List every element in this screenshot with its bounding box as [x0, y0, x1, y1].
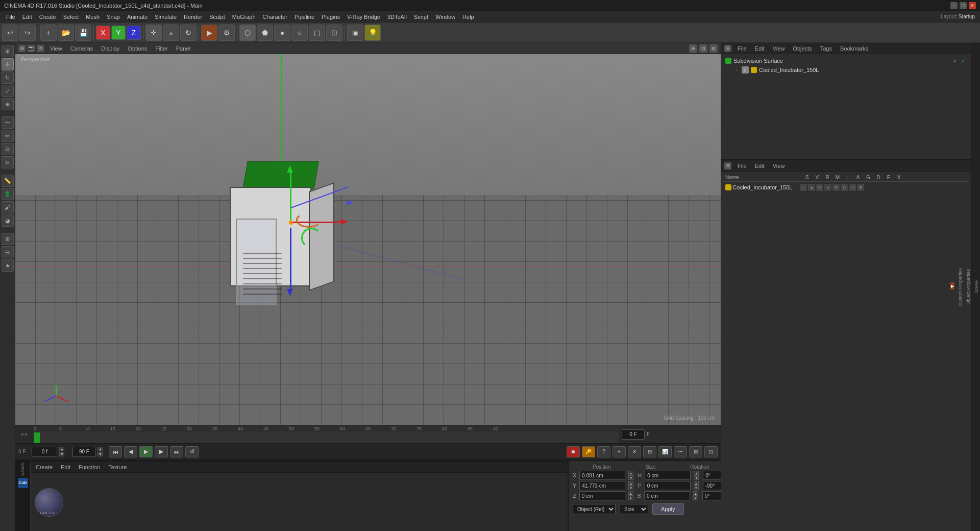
attr-icon-3[interactable]: ⊡	[816, 184, 823, 191]
scale-tool[interactable]: ⤢	[2, 85, 14, 97]
transport-end-frame-input[interactable]	[72, 447, 95, 457]
redo-button[interactable]: ↪	[19, 25, 36, 41]
x-pos-up[interactable]: ▲	[628, 471, 633, 475]
loop-cut-tool[interactable]: ⊟	[2, 143, 14, 155]
viewport-cameras-icon[interactable]: 📷	[28, 45, 35, 52]
y-size-up[interactable]: ▲	[694, 481, 699, 486]
viewport-icon-2[interactable]: ⊡	[699, 44, 707, 53]
attr-file-menu[interactable]: File	[736, 162, 749, 170]
coords-x-pos-input[interactable]	[579, 471, 625, 480]
new-button[interactable]: +	[40, 25, 57, 41]
axis-x-button[interactable]: X	[96, 26, 110, 40]
rotate-tool[interactable]: ↻	[2, 71, 14, 84]
render-btn[interactable]: ▶	[201, 25, 217, 41]
menu-3dtoall[interactable]: 3DToAll	[384, 13, 410, 21]
viewport-display-menu[interactable]: Display	[99, 44, 121, 53]
expand-timeline-btn[interactable]: ⊡	[704, 446, 718, 457]
y-rotation-handle[interactable]	[301, 228, 322, 248]
go-to-end-btn[interactable]: ⏭	[170, 446, 183, 457]
transport-frame-input[interactable]	[32, 447, 57, 457]
viewport-filter-menu[interactable]: Filter	[153, 44, 169, 53]
extrude-tool[interactable]: ⊳	[2, 156, 14, 168]
move-tool[interactable]: ✛	[2, 58, 14, 70]
prev-frame-btn[interactable]: ◀	[124, 446, 137, 457]
menu-script[interactable]: Script	[411, 13, 431, 21]
menu-animate[interactable]: Animate	[124, 13, 151, 21]
minimize-button[interactable]: ─	[950, 2, 958, 9]
obj-view-menu[interactable]: View	[771, 44, 787, 53]
texture-btn[interactable]: ◉	[347, 25, 363, 41]
axis-z-button[interactable]: Z	[127, 26, 141, 40]
attr-icon-2[interactable]: ●	[808, 184, 815, 191]
spline-tool[interactable]: 〜	[2, 116, 14, 129]
coords-z-pos-input[interactable]	[579, 491, 625, 500]
attr-icon-7[interactable]: ◁	[849, 184, 856, 191]
maximize-button[interactable]: □	[960, 2, 967, 9]
obj-file-menu[interactable]: File	[736, 44, 749, 53]
rect-selection-btn[interactable]: ▢	[309, 25, 325, 41]
obj-incubator-row[interactable]: └ L Cooled_Incubator_150L	[731, 65, 969, 75]
viewport-options-menu[interactable]: Options	[126, 44, 149, 53]
param-btn[interactable]: ⊞	[689, 446, 702, 457]
menu-create[interactable]: Create	[36, 13, 59, 21]
f-curve-btn[interactable]: 〜	[674, 446, 687, 457]
toggle-axes-tool[interactable]: ⊕	[2, 98, 14, 110]
end-frame-down-btn[interactable]: ▼	[97, 452, 103, 456]
menu-sculpt[interactable]: Sculpt	[206, 13, 228, 21]
loop-btn[interactable]: ↺	[185, 446, 199, 457]
material-ball-1[interactable]: Lab_Co...	[35, 488, 63, 517]
strip-expand-btn[interactable]: ▶	[950, 282, 954, 289]
scale-tool-button[interactable]: ⟁	[163, 25, 179, 41]
apply-button[interactable]: Apply	[652, 503, 684, 515]
open-button[interactable]: 📂	[58, 25, 74, 41]
attr-icon-5[interactable]: ⊞	[832, 184, 840, 191]
strip-object-label[interactable]: Object Properties	[965, 267, 972, 307]
record-btn[interactable]: ⏺	[567, 446, 580, 457]
obj-subdivision-row[interactable]: Subdivision Surface ✓ ✓	[723, 56, 969, 65]
add-keyframe-btn[interactable]: +	[612, 446, 626, 457]
timeline-track[interactable]: 0 5 10 15 20 25 30 35 40 45 50 55 60 65 …	[34, 425, 619, 443]
mat-edit-menu[interactable]: Edit	[59, 463, 72, 471]
live-selection-btn[interactable]: ○	[291, 25, 308, 41]
z-size-down[interactable]: ▼	[693, 496, 698, 500]
axis-y-button[interactable]: Y	[111, 26, 126, 40]
x-rotation-handle[interactable]	[296, 212, 322, 228]
material-dropper-tool[interactable]: 💲	[2, 188, 14, 200]
y-down-handle[interactable]	[290, 228, 291, 289]
menu-help[interactable]: Help	[459, 13, 477, 21]
attr-icon-8[interactable]: ⊗	[857, 184, 864, 191]
y-axis-handle[interactable]	[290, 172, 291, 223]
z-pos-down[interactable]: ▼	[628, 496, 633, 500]
extra-tool-1[interactable]: ⊟	[2, 246, 14, 258]
attr-icon-4[interactable]: ≡	[824, 184, 831, 191]
coords-y-size-input[interactable]	[645, 481, 691, 490]
obj-tags-menu[interactable]: Tags	[818, 44, 834, 53]
coords-x-size-input[interactable]	[645, 471, 691, 480]
attr-icon-6[interactable]: ▷	[841, 184, 848, 191]
attr-icon-1[interactable]: ○	[800, 184, 807, 191]
save-button[interactable]: 💾	[75, 25, 91, 41]
viewport-canvas[interactable]: Perspective Grid Spacing : 100 cm X Y Z	[15, 54, 721, 425]
delete-keyframe-btn[interactable]: ✕	[628, 446, 641, 457]
mat-function-menu[interactable]: Function	[77, 463, 102, 471]
y-pos-up[interactable]: ▲	[628, 481, 633, 486]
menu-pipeline[interactable]: Pipeline	[291, 13, 317, 21]
viewport-view-menu[interactable]: View	[48, 44, 64, 53]
render-settings-btn[interactable]: ⚙	[218, 25, 235, 41]
coords-y-pos-input[interactable]	[579, 481, 625, 490]
menu-window[interactable]: Window	[432, 13, 458, 21]
menu-simulate[interactable]: Simulate	[152, 13, 180, 21]
viewport-cameras-menu[interactable]: Cameras	[68, 44, 95, 53]
strip-scene-label[interactable]: Scene	[973, 278, 980, 296]
play-btn[interactable]: ▶	[139, 446, 153, 457]
next-frame-btn[interactable]: ▶	[155, 446, 168, 457]
edge-tool-btn[interactable]: ⬟	[257, 25, 273, 41]
menu-plugins[interactable]: Plugins	[318, 13, 343, 21]
select-object-tool[interactable]: ⊞	[2, 45, 14, 57]
end-frame-up-btn[interactable]: ▲	[97, 447, 103, 451]
go-to-start-btn[interactable]: ⏮	[109, 446, 122, 457]
window-controls[interactable]: ─ □ ✕	[950, 2, 976, 9]
z-pos-up[interactable]: ▲	[628, 491, 633, 496]
coords-mode-dropdown[interactable]: Object (Rel) World Screen	[573, 504, 616, 514]
coords-z-size-input[interactable]	[644, 491, 690, 500]
